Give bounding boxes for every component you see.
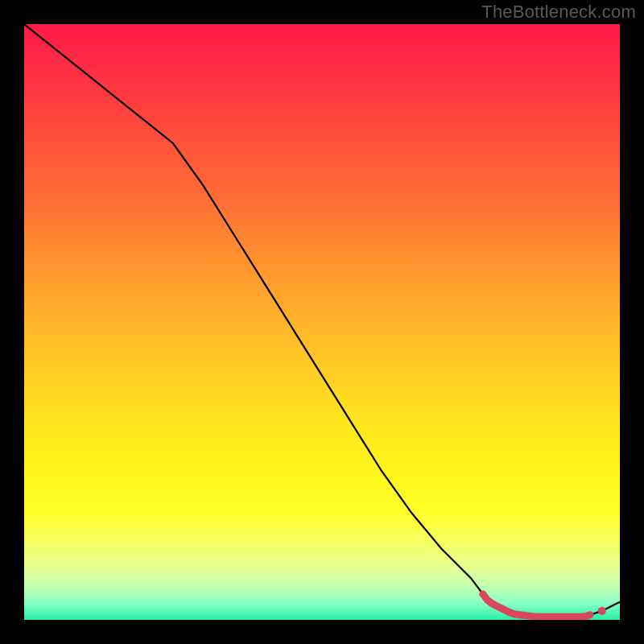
- bottleneck-curve: [24, 24, 620, 617]
- chart-svg: [24, 24, 620, 620]
- optimal-region-stroke: [483, 594, 590, 617]
- watermark-text: TheBottleneck.com: [481, 2, 636, 23]
- optimal-region-end-dot: [598, 607, 606, 615]
- plot-area: [24, 24, 620, 620]
- chart-frame: TheBottleneck.com: [0, 0, 644, 644]
